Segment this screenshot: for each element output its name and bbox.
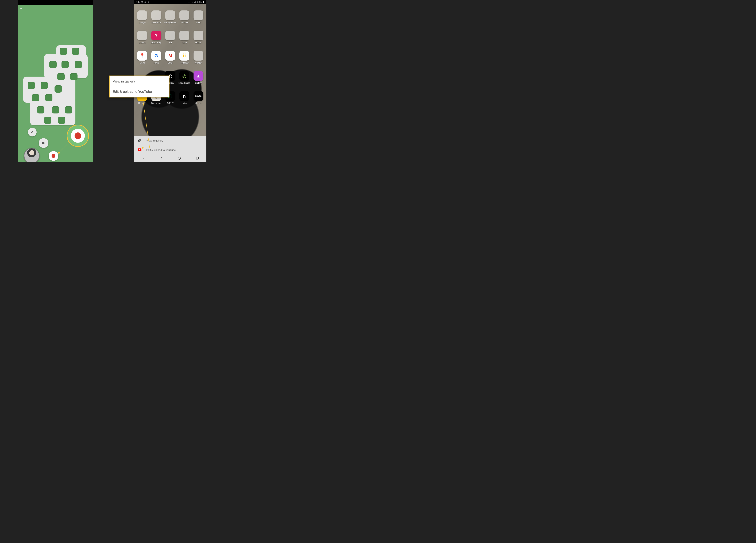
camera-button[interactable] [39, 138, 48, 148]
app-label: GIPHY [167, 102, 173, 104]
app-podcasts[interactable]: ⠿Podcasts [179, 51, 190, 64]
app-label: Goodreads [151, 102, 161, 104]
app-games[interactable]: Games [136, 31, 148, 44]
mic-button[interactable] [28, 128, 37, 137]
app-label: Google [139, 21, 146, 24]
folder-icon [137, 31, 147, 40]
sheet-label: Edit & upload to YouTube [146, 149, 176, 152]
folder-icon [194, 31, 203, 40]
app-label: Gallery [195, 82, 202, 84]
svg-rect-11 [143, 158, 144, 159]
callout-option-upload-youtube[interactable]: Edit & upload to YouTube [110, 87, 169, 97]
app-icon: ◎ [179, 71, 189, 81]
status-battery: 59% [197, 1, 202, 3]
svg-point-1 [145, 2, 145, 2]
app-radarscope[interactable]: ◎RadarScope [179, 71, 190, 84]
app-label: Podcasts [180, 62, 188, 64]
callout-option-view-gallery[interactable]: View in gallery [110, 76, 169, 87]
vibrate-icon [188, 1, 190, 3]
status-time: 3:35 [136, 1, 140, 3]
app-notin[interactable]: nnotin [179, 91, 190, 104]
record-small-button[interactable] [49, 151, 58, 161]
app-video[interactable]: Video [193, 10, 204, 24]
app-icon: n [179, 91, 189, 101]
app-label: T-Mobile [180, 21, 188, 24]
app-essentials[interactable]: Essentials [151, 10, 162, 24]
app-icon: ⠿ [179, 51, 189, 61]
app-travel[interactable]: Travel [179, 31, 190, 44]
folder-icon [194, 51, 203, 61]
app-icon: ? [151, 31, 161, 40]
sheet-view-in-gallery[interactable]: View in gallery [134, 136, 206, 145]
folder-icon [194, 10, 203, 20]
record-icon [52, 154, 55, 158]
app-icon: 📍 [137, 51, 147, 61]
folder-icon [165, 31, 175, 40]
folder-icon [137, 10, 147, 20]
battery-icon [203, 1, 205, 3]
app-icon: G [151, 51, 161, 61]
screenshot-icon [141, 1, 143, 3]
svg-rect-4 [203, 1, 204, 3]
app-label: Sonos [195, 102, 201, 104]
app-label: News [154, 62, 159, 64]
app-label: Management [164, 21, 176, 24]
mic-icon [30, 130, 34, 134]
folder-icon [151, 10, 161, 20]
app-label: Essentials [152, 21, 161, 24]
app-label: Amazon [195, 62, 202, 64]
app-label: Gmail [168, 62, 173, 64]
camera-preview-avatar[interactable] [24, 148, 40, 162]
svg-rect-0 [141, 1, 143, 3]
nav-back-icon[interactable] [159, 156, 163, 160]
app-icon: M [165, 51, 175, 61]
nav-dot-icon[interactable] [141, 156, 145, 160]
app-icon: SONOS [194, 91, 203, 101]
app-label: Health [195, 41, 201, 44]
app-label: Games [139, 41, 146, 44]
app-google[interactable]: Google [136, 10, 148, 24]
app-fin[interactable]: Fin [164, 31, 176, 44]
app-maps[interactable]: 📍Maps [136, 51, 148, 64]
app-label: Untappd [138, 102, 146, 104]
app-label: Fin [169, 41, 172, 44]
gallery-stack-icon [138, 139, 141, 142]
sheet-upload-youtube[interactable]: Edit & upload to YouTube [134, 145, 206, 155]
signal-icon [194, 1, 196, 3]
callout-anchor-left [58, 152, 60, 154]
status-bar: 3:35 59% [134, 0, 206, 4]
navigation-bar [134, 155, 206, 162]
folder-icon [165, 10, 175, 20]
app-label: Video [196, 21, 201, 24]
phone-left-screenshot [18, 0, 93, 162]
gps-icon [147, 1, 149, 3]
app-label: Quick Help [151, 41, 161, 44]
app-gallery[interactable]: ▲Gallery [193, 71, 204, 84]
app-gmail[interactable]: MGmail [164, 51, 176, 64]
folder-icon [179, 31, 189, 40]
folder-icon [179, 10, 189, 20]
app-label: Maps [140, 62, 145, 64]
app-t-mobile[interactable]: T-Mobile [179, 10, 190, 24]
cast-icon [144, 1, 146, 3]
puzzle-board[interactable] [23, 45, 88, 127]
share-sheet: View in gallery Edit & upload to YouTube [134, 136, 206, 155]
nav-recent-icon[interactable] [195, 156, 199, 160]
record-large-button[interactable] [67, 125, 89, 147]
app-quick-help[interactable]: ?Quick Help [151, 31, 162, 44]
youtube-icon [138, 148, 141, 152]
game-screen [18, 5, 93, 162]
wifi-icon [191, 1, 193, 3]
app-health[interactable]: Health [193, 31, 204, 44]
app-label: Travel [182, 41, 187, 44]
app-management[interactable]: Management [164, 10, 176, 24]
indicator-dot [20, 8, 22, 9]
record-icon [75, 133, 81, 139]
app-amazon[interactable]: Amazon [193, 51, 204, 64]
app-news[interactable]: GNews [151, 51, 162, 64]
svg-rect-13 [196, 157, 199, 160]
svg-point-12 [178, 157, 181, 160]
app-sonos[interactable]: SONOSSonos [193, 91, 204, 104]
svg-rect-3 [189, 1, 189, 3]
nav-home-icon[interactable] [177, 156, 181, 160]
